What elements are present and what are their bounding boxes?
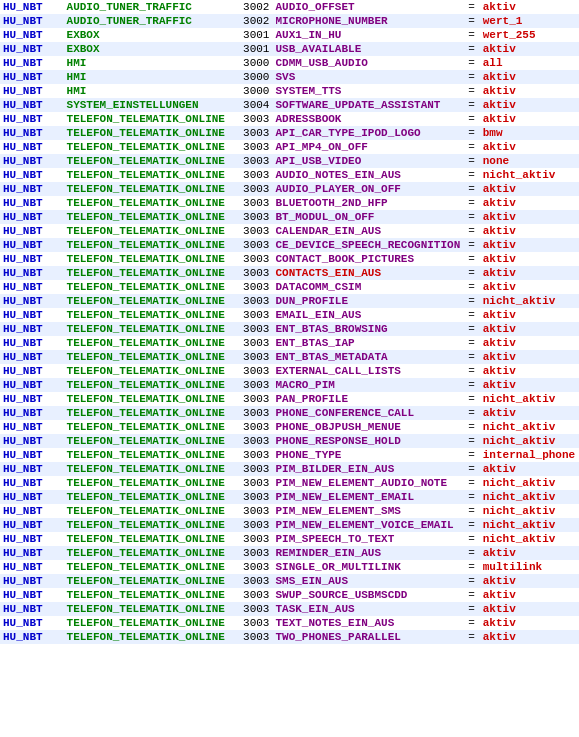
eq-cell: =	[463, 252, 479, 266]
table-row: HU_NBT TELEFON_TELEMATIK_ONLINE 3003 PIM…	[0, 462, 579, 476]
name-cell: TELEFON_TELEMATIK_ONLINE	[64, 140, 237, 154]
namespace-cell: HU_NBT	[0, 308, 64, 322]
key-cell: ADRESSBOOK	[272, 112, 463, 126]
key-cell: PIM_BILDER_EIN_AUS	[272, 462, 463, 476]
name-cell: TELEFON_TELEMATIK_ONLINE	[64, 546, 237, 560]
key-cell: PIM_NEW_ELEMENT_EMAIL	[272, 490, 463, 504]
name-cell: SYSTEM_EINSTELLUNGEN	[64, 98, 237, 112]
name-cell: AUDIO_TUNER_TRAFFIC	[64, 0, 237, 14]
namespace-cell: HU_NBT	[0, 518, 64, 532]
key-cell: MACRO_PIM	[272, 378, 463, 392]
name-cell: TELEFON_TELEMATIK_ONLINE	[64, 308, 237, 322]
num-cell: 3003	[236, 616, 272, 630]
namespace-cell: HU_NBT	[0, 238, 64, 252]
val-cell: aktiv	[480, 84, 579, 98]
key-cell: BT_MODUL_ON_OFF	[272, 210, 463, 224]
key-cell: PIM_SPEECH_TO_TEXT	[272, 532, 463, 546]
table-row: HU_NBT TELEFON_TELEMATIK_ONLINE 3003 DUN…	[0, 294, 579, 308]
key-cell: API_CAR_TYPE_IPOD_LOGO	[272, 126, 463, 140]
table-row: HU_NBT TELEFON_TELEMATIK_ONLINE 3003 AUD…	[0, 168, 579, 182]
table-row: HU_NBT TELEFON_TELEMATIK_ONLINE 3003 PIM…	[0, 532, 579, 546]
namespace-cell: HU_NBT	[0, 350, 64, 364]
num-cell: 3003	[236, 224, 272, 238]
table-row: HU_NBT TELEFON_TELEMATIK_ONLINE 3003 PIM…	[0, 518, 579, 532]
num-cell: 3002	[236, 14, 272, 28]
num-cell: 3000	[236, 70, 272, 84]
num-cell: 3003	[236, 532, 272, 546]
val-cell: aktiv	[480, 0, 579, 14]
key-cell: SYSTEM_TTS	[272, 84, 463, 98]
key-cell: PHONE_TYPE	[272, 448, 463, 462]
table-row: HU_NBT TELEFON_TELEMATIK_ONLINE 3003 AUD…	[0, 182, 579, 196]
namespace-cell: HU_NBT	[0, 42, 64, 56]
val-cell: aktiv	[480, 70, 579, 84]
val-cell: nicht_aktiv	[480, 490, 579, 504]
table-row: HU_NBT TELEFON_TELEMATIK_ONLINE 3003 BT_…	[0, 210, 579, 224]
eq-cell: =	[463, 266, 479, 280]
num-cell: 3003	[236, 322, 272, 336]
table-row: HU_NBT TELEFON_TELEMATIK_ONLINE 3003 SWU…	[0, 588, 579, 602]
table-row: HU_NBT TELEFON_TELEMATIK_ONLINE 3003 PHO…	[0, 448, 579, 462]
namespace-cell: HU_NBT	[0, 84, 64, 98]
eq-cell: =	[463, 140, 479, 154]
eq-cell: =	[463, 490, 479, 504]
val-cell: aktiv	[480, 462, 579, 476]
num-cell: 3003	[236, 546, 272, 560]
name-cell: TELEFON_TELEMATIK_ONLINE	[64, 602, 237, 616]
eq-cell: =	[463, 0, 479, 14]
num-cell: 3003	[236, 434, 272, 448]
table-row: HU_NBT TELEFON_TELEMATIK_ONLINE 3003 TAS…	[0, 602, 579, 616]
key-cell: PIM_NEW_ELEMENT_VOICE_EMAIL	[272, 518, 463, 532]
eq-cell: =	[463, 602, 479, 616]
num-cell: 3003	[236, 378, 272, 392]
eq-cell: =	[463, 126, 479, 140]
table-row: HU_NBT TELEFON_TELEMATIK_ONLINE 3003 API…	[0, 154, 579, 168]
key-cell: CE_DEVICE_SPEECH_RECOGNITION	[272, 238, 463, 252]
val-cell: aktiv	[480, 364, 579, 378]
key-cell: CALENDAR_EIN_AUS	[272, 224, 463, 238]
name-cell: TELEFON_TELEMATIK_ONLINE	[64, 196, 237, 210]
table-row: HU_NBT TELEFON_TELEMATIK_ONLINE 3003 PAN…	[0, 392, 579, 406]
table-row: HU_NBT TELEFON_TELEMATIK_ONLINE 3003 REM…	[0, 546, 579, 560]
name-cell: TELEFON_TELEMATIK_ONLINE	[64, 224, 237, 238]
num-cell: 3003	[236, 476, 272, 490]
namespace-cell: HU_NBT	[0, 196, 64, 210]
name-cell: HMI	[64, 70, 237, 84]
val-cell: aktiv	[480, 616, 579, 630]
namespace-cell: HU_NBT	[0, 588, 64, 602]
num-cell: 3003	[236, 266, 272, 280]
name-cell: EXBOX	[64, 42, 237, 56]
name-cell: TELEFON_TELEMATIK_ONLINE	[64, 462, 237, 476]
table-row: HU_NBT TELEFON_TELEMATIK_ONLINE 3003 ADR…	[0, 112, 579, 126]
namespace-cell: HU_NBT	[0, 322, 64, 336]
eq-cell: =	[463, 224, 479, 238]
namespace-cell: HU_NBT	[0, 378, 64, 392]
table-row: HU_NBT TELEFON_TELEMATIK_ONLINE 3003 API…	[0, 140, 579, 154]
key-cell: CONTACT_BOOK_PICTURES	[272, 252, 463, 266]
num-cell: 3003	[236, 518, 272, 532]
val-cell: aktiv	[480, 42, 579, 56]
name-cell: TELEFON_TELEMATIK_ONLINE	[64, 392, 237, 406]
namespace-cell: HU_NBT	[0, 154, 64, 168]
eq-cell: =	[463, 308, 479, 322]
num-cell: 3003	[236, 140, 272, 154]
val-cell: aktiv	[480, 308, 579, 322]
namespace-cell: HU_NBT	[0, 0, 64, 14]
eq-cell: =	[463, 434, 479, 448]
table-row: HU_NBT TELEFON_TELEMATIK_ONLINE 3003 EMA…	[0, 308, 579, 322]
table-row: HU_NBT TELEFON_TELEMATIK_ONLINE 3003 ENT…	[0, 350, 579, 364]
val-cell: nicht_aktiv	[480, 294, 579, 308]
table-row: HU_NBT AUDIO_TUNER_TRAFFIC 3002 MICROPHO…	[0, 14, 579, 28]
eq-cell: =	[463, 630, 479, 644]
eq-cell: =	[463, 462, 479, 476]
namespace-cell: HU_NBT	[0, 98, 64, 112]
table-row: HU_NBT TELEFON_TELEMATIK_ONLINE 3003 CAL…	[0, 224, 579, 238]
key-cell: SMS_EIN_AUS	[272, 574, 463, 588]
key-cell: PAN_PROFILE	[272, 392, 463, 406]
key-cell: DATACOMM_CSIM	[272, 280, 463, 294]
val-cell: nicht_aktiv	[480, 168, 579, 182]
name-cell: TELEFON_TELEMATIK_ONLINE	[64, 154, 237, 168]
val-cell: aktiv	[480, 630, 579, 644]
val-cell: aktiv	[480, 336, 579, 350]
eq-cell: =	[463, 84, 479, 98]
